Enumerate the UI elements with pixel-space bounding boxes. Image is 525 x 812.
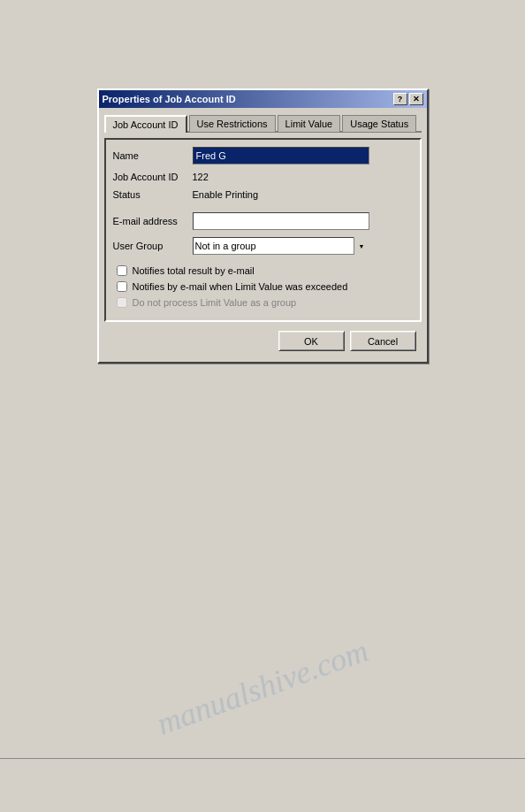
tab-limit-value[interactable]: Limit Value bbox=[278, 115, 341, 133]
close-button[interactable]: ✕ bbox=[409, 93, 423, 105]
name-label: Name bbox=[113, 150, 193, 161]
watermark: manualshive.com bbox=[152, 632, 373, 742]
user-group-dropdown-wrapper: Not in a group bbox=[193, 237, 369, 255]
checkbox-label-3: Do not process Limit Value as a group bbox=[133, 297, 297, 308]
checkbox-no-process bbox=[117, 297, 127, 308]
job-account-id-row: Job Account ID 122 bbox=[113, 172, 413, 182]
checkbox-notifies-limit[interactable] bbox=[117, 281, 127, 292]
tab-use-restrictions[interactable]: Use Restrictions bbox=[189, 115, 276, 133]
title-bar-buttons: ? ✕ bbox=[393, 93, 423, 105]
email-row: E-mail address bbox=[113, 212, 413, 230]
job-account-id-label: Job Account ID bbox=[113, 172, 193, 182]
user-group-label: User Group bbox=[113, 241, 193, 251]
dialog-window: Properties of Job Account ID ? ✕ Job Acc… bbox=[97, 88, 429, 364]
bottom-line bbox=[0, 758, 525, 759]
email-input[interactable] bbox=[193, 212, 369, 230]
tab-usage-status[interactable]: Usage Status bbox=[342, 115, 416, 133]
tabs-container: Job Account ID Use Restrictions Limit Va… bbox=[104, 113, 422, 133]
status-row: Status Enable Printing bbox=[113, 189, 413, 200]
title-bar: Properties of Job Account ID ? ✕ bbox=[99, 90, 427, 108]
dialog-title: Properties of Job Account ID bbox=[103, 94, 236, 104]
cancel-button[interactable]: Cancel bbox=[350, 331, 416, 351]
user-group-row: User Group Not in a group bbox=[113, 237, 413, 255]
checkbox-notifies-total[interactable] bbox=[117, 265, 127, 276]
checkbox-row-2: Notifies by e-mail when Limit Value was … bbox=[113, 281, 413, 292]
button-row: OK Cancel bbox=[104, 326, 422, 356]
checkbox-row-1: Notifies total result by e-mail bbox=[113, 265, 413, 276]
tab-job-account-id[interactable]: Job Account ID bbox=[104, 115, 187, 133]
status-value: Enable Printing bbox=[193, 189, 259, 200]
form-area: Name Job Account ID 122 Status Enable Pr… bbox=[104, 138, 422, 322]
dialog-content: Job Account ID Use Restrictions Limit Va… bbox=[99, 108, 427, 362]
user-group-select[interactable]: Not in a group bbox=[193, 237, 369, 255]
job-account-id-value: 122 bbox=[193, 172, 209, 182]
checkbox-label-1[interactable]: Notifies total result by e-mail bbox=[133, 265, 255, 276]
name-input[interactable] bbox=[193, 147, 369, 165]
status-label: Status bbox=[113, 189, 193, 200]
email-label: E-mail address bbox=[113, 216, 193, 226]
checkbox-label-2[interactable]: Notifies by e-mail when Limit Value was … bbox=[133, 281, 348, 292]
ok-button[interactable]: OK bbox=[278, 331, 345, 351]
checkbox-row-3: Do not process Limit Value as a group bbox=[113, 297, 413, 308]
help-button[interactable]: ? bbox=[393, 93, 407, 105]
name-row: Name bbox=[113, 147, 413, 165]
